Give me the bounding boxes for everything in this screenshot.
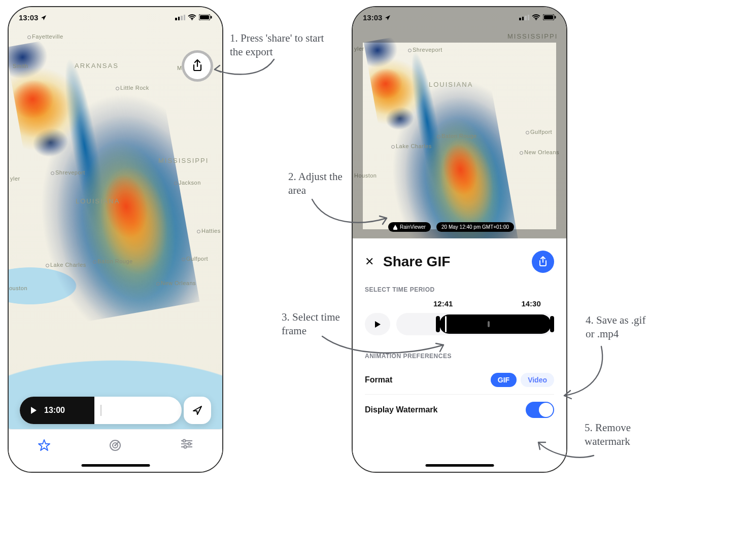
svg-point-6 [115,444,117,446]
map-city-little-rock: Little Rock [120,85,149,91]
format-option-gif[interactable]: GIF [491,373,517,387]
section-time-period: SELECT TIME PERIOD [365,286,554,293]
wifi-icon [188,14,196,20]
home-indicator [425,464,494,467]
play-icon[interactable] [30,406,37,414]
tab-radar[interactable] [109,439,122,452]
map-city-hatties: Hatties [201,228,221,234]
map-state-mississippi: MISSISSIPPI [507,32,558,40]
arrow-2 [311,198,392,233]
svg-rect-13 [555,16,556,19]
radar-icon [109,439,122,452]
home-indicator [81,464,150,467]
arrow-1 [211,58,277,84]
timeline-time: 13:00 [44,406,65,415]
pref-format-row: Format GIF Video [365,366,554,395]
map-city-houston: Houston [354,172,377,179]
timeline-current: 13:00 [20,397,94,424]
map-city-new-orleans: New Orleans [161,280,196,286]
map-city-shreveport: Shreveport [413,47,442,53]
arrow-3 [321,335,448,360]
map-city-houston: ouston [9,285,27,291]
tab-favorites[interactable] [38,439,51,452]
map-state-arkansas: ARKANSAS [75,62,119,69]
svg-point-9 [184,446,186,448]
status-indicators [175,14,212,20]
battery-icon [543,14,556,20]
map-city-baton-rouge: Baton Rouge [97,258,133,264]
wifi-icon [532,14,540,20]
map-city-yler: yler [354,46,364,52]
format-segment: GIF Video [491,373,554,387]
location-arrow-icon [385,14,391,21]
export-button[interactable] [532,251,554,273]
range-playhead[interactable] [445,316,447,332]
annotation-4: 4. Save as .gif or .mp4 [586,313,646,341]
map-city-baton-rouge: Baton Rouge [441,133,477,139]
location-arrow-icon [41,14,47,21]
map-city-smith: Smith [13,63,28,69]
drop-icon [393,225,397,230]
timeline-future [94,405,182,416]
close-button[interactable]: ✕ [365,255,374,268]
svg-point-0 [191,19,192,20]
watermark-label: Display Watermark [365,405,437,414]
annotation-3: 3. Select time frame [282,310,348,338]
annotation-2: 2. Adjust the area [288,170,344,198]
time-start: 12:41 [433,299,453,308]
map-city-lake-charles: Lake Charles [396,143,432,149]
preview-play-button[interactable] [365,313,390,335]
cellular-icon [175,15,185,20]
watermark-timestamp: 20 May 12:40 pm GMT+01:00 [436,222,514,232]
map-city-gulfport: Gulfport [530,129,552,135]
locate-button[interactable] [184,397,211,424]
locate-icon [192,405,203,416]
map-city-new-orleans: New Orleans [524,149,559,155]
map-state-louisiana: LOUISIANA [429,81,473,88]
svg-point-8 [188,443,190,445]
sliders-icon [180,439,193,449]
map-city-lake-charles: Lake Charles [50,262,86,268]
status-bar: 13:03 [353,7,566,27]
map-city-yler: yler [10,176,20,182]
share-icon [538,256,548,267]
sheet-title: Share GIF [383,254,523,270]
map-state-louisiana: LOUISIANA [76,197,120,205]
status-indicators [519,14,556,20]
arrow-5 [535,439,596,462]
range-handle-end[interactable] [550,316,554,332]
map-city-shreveport: Shreveport [55,169,85,176]
play-icon [374,321,381,328]
map-state-mississippi: MISSISSIPPI [158,157,209,164]
range-midmark [488,321,490,327]
status-bar: 13:03 [9,7,222,27]
svg-point-7 [183,440,185,442]
watermark-toggle[interactable] [526,402,554,418]
map-city-gulfport: Gulfport [186,256,208,262]
annotation-1: 1. Press 'share' to start the export [230,31,326,59]
format-label: Format [365,375,392,384]
watermark-brand: RainViewer [388,222,431,232]
share-button[interactable] [182,50,213,82]
svg-rect-2 [200,15,209,19]
svg-rect-12 [544,15,553,19]
cellular-icon [519,15,529,20]
phone-right: yler Shreveport MISSISSIPPI LOUISIANA Gu… [352,6,567,473]
svg-rect-3 [211,16,212,19]
svg-point-10 [535,19,536,20]
pref-watermark-row: Display Watermark [365,395,554,425]
time-range-slider[interactable] [396,313,554,335]
battery-icon [199,14,212,20]
star-icon [38,439,51,452]
timeline[interactable]: 13:00 [20,397,182,424]
format-option-video[interactable]: Video [521,373,554,387]
share-icon [192,59,203,73]
range-selection [439,314,551,334]
tab-settings[interactable] [180,439,193,449]
phone-left: Fayetteville Smith ARKANSAS Little Rock … [8,6,223,473]
map-city-jackson: Jackson [179,180,201,186]
map-city-fayetteville: Fayetteville [32,33,63,40]
status-time: 13:03 [363,13,391,22]
arrow-4 [558,345,609,401]
status-time: 13:03 [19,13,47,22]
